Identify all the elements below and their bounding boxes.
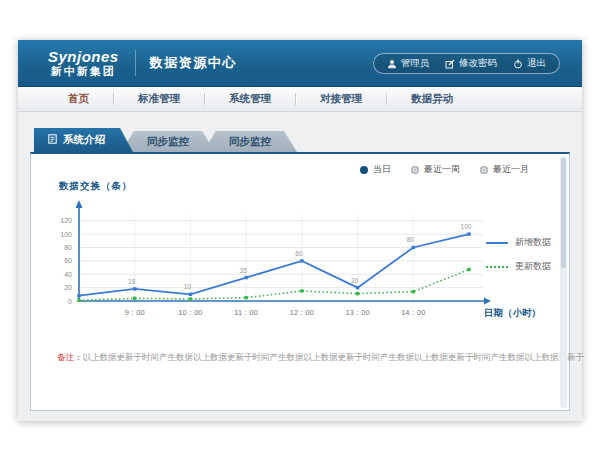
- nav-item-home[interactable]: 首页: [44, 92, 113, 106]
- svg-text:100: 100: [461, 223, 472, 230]
- nav-item-standard-mgmt[interactable]: 标准管理: [114, 92, 204, 106]
- nav-item-data-change[interactable]: 数据异动: [387, 92, 477, 106]
- logo-brand: Synjones: [48, 49, 119, 66]
- footnote: 备注：以上数据更新于时间产生数据以上数据更新于时间产生数据以上数据更新于时间产生…: [57, 352, 584, 364]
- tab-label: 同步监控: [147, 135, 189, 149]
- footnote-text: 以上数据更新于时间产生数据以上数据更新于时间产生数据以上数据更新于时间产生数据以…: [83, 352, 585, 362]
- main-nav: 首页 标准管理 系统管理 对接管理 数据异动: [18, 87, 582, 112]
- filter-label: 当日: [373, 163, 391, 176]
- nav-item-system-mgmt[interactable]: 系统管理: [205, 92, 295, 106]
- chart-legend: 新增数据 更新数据: [486, 236, 551, 273]
- page: Synjones 新中新集团 数据资源中心 管理员 修改密码: [0, 0, 600, 450]
- radio-icon: [411, 166, 419, 174]
- nav-item-interface-mgmt[interactable]: 对接管理: [296, 92, 386, 106]
- tab-label: 同步监控: [229, 135, 271, 149]
- logout-button[interactable]: 退出: [513, 57, 546, 70]
- tab-label: 系统介绍: [63, 133, 105, 147]
- chart-panel: 当日 最近一周 最近一月 数据交换（条） 0204060801001201810…: [30, 152, 570, 411]
- radio-selected-icon: [360, 166, 368, 174]
- chart-wrap: 0204060801001201810356020801009：0010：001…: [39, 198, 497, 322]
- svg-text:13：00: 13：00: [345, 308, 369, 317]
- content-area: 系统介绍 同步监控 同步监控 当日 最近一周: [18, 113, 582, 421]
- legend-updated-data[interactable]: 更新数据: [486, 260, 551, 273]
- time-filter-group: 当日 最近一周 最近一月: [360, 163, 529, 176]
- legend-label: 更新数据: [515, 260, 551, 273]
- current-user-label: 管理员: [401, 57, 430, 70]
- tab-sync-monitor-1[interactable]: 同步监控: [121, 131, 215, 152]
- current-user[interactable]: 管理员: [387, 57, 430, 70]
- svg-text:100: 100: [60, 231, 72, 238]
- panel-scrollbar[interactable]: [560, 156, 567, 408]
- svg-text:35: 35: [240, 267, 248, 274]
- app-header: Synjones 新中新集团 数据资源中心 管理员 修改密码: [18, 40, 582, 87]
- svg-text:0: 0: [68, 298, 72, 305]
- svg-text:18: 18: [128, 278, 136, 285]
- filter-last-month[interactable]: 最近一月: [480, 163, 529, 176]
- user-icon: [387, 59, 397, 69]
- legend-new-data[interactable]: 新增数据: [486, 236, 551, 249]
- svg-text:60: 60: [295, 250, 303, 257]
- filter-label: 最近一周: [424, 163, 460, 176]
- company-logo: Synjones 新中新集团: [48, 49, 119, 78]
- logo-company-name: 新中新集团: [48, 65, 119, 77]
- tab-system-intro[interactable]: 系统介绍: [34, 128, 133, 152]
- change-password-button[interactable]: 修改密码: [445, 57, 497, 70]
- blue-line-swatch: [486, 242, 508, 244]
- line-chart: 0204060801001201810356020801009：0010：001…: [39, 198, 497, 322]
- radio-icon: [480, 166, 488, 174]
- edit-icon: [445, 59, 455, 69]
- svg-text:12：00: 12：00: [290, 308, 314, 317]
- svg-text:20: 20: [351, 277, 359, 284]
- footnote-label: 备注：: [57, 352, 83, 362]
- svg-text:14：00: 14：00: [401, 308, 425, 317]
- tab-bar: 系统介绍 同步监控 同步监控: [34, 128, 297, 152]
- filter-last-week[interactable]: 最近一周: [411, 163, 460, 176]
- svg-text:10: 10: [184, 283, 192, 290]
- document-icon: [48, 134, 57, 146]
- svg-text:80: 80: [64, 244, 72, 251]
- svg-text:80: 80: [407, 236, 415, 243]
- user-menu: 管理员 修改密码 退出: [373, 53, 561, 74]
- scrollbar-thumb[interactable]: [561, 158, 566, 268]
- filter-label: 最近一月: [493, 163, 529, 176]
- svg-text:9：00: 9：00: [125, 308, 145, 317]
- x-axis-title: 日期（小时）: [484, 307, 541, 320]
- svg-text:20: 20: [64, 284, 72, 291]
- app-window: Synjones 新中新集团 数据资源中心 管理员 修改密码: [18, 40, 582, 421]
- svg-text:40: 40: [64, 271, 72, 278]
- svg-text:10：00: 10：00: [178, 308, 202, 317]
- svg-text:60: 60: [64, 257, 72, 264]
- filter-today[interactable]: 当日: [360, 163, 391, 176]
- change-password-label: 修改密码: [459, 57, 497, 70]
- svg-text:11：00: 11：00: [234, 308, 258, 317]
- green-dotted-swatch: [486, 266, 508, 268]
- header-divider: [135, 50, 136, 76]
- logout-label: 退出: [527, 57, 546, 70]
- y-axis-title: 数据交换（条）: [59, 180, 133, 193]
- tab-sync-monitor-2[interactable]: 同步监控: [203, 131, 297, 152]
- app-title: 数据资源中心: [150, 54, 237, 72]
- power-icon: [513, 59, 523, 69]
- svg-text:120: 120: [60, 217, 72, 224]
- legend-label: 新增数据: [515, 236, 551, 249]
